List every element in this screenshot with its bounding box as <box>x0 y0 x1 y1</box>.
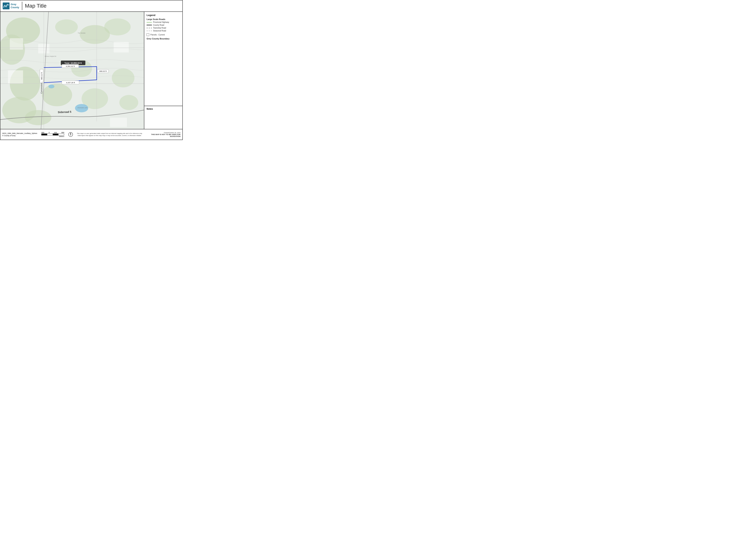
compass-icon: N <box>68 132 73 137</box>
svg-text:Sideroad 5: Sideroad 5 <box>58 110 71 114</box>
logo-area: Grey County <box>3 2 22 10</box>
legend-box-parcels <box>147 33 149 36</box>
legend-label-township: Township Road <box>153 27 166 29</box>
scale-label-3: 889 <box>61 132 64 134</box>
scale-seg-1 <box>42 134 47 135</box>
legend-line-provincial <box>147 22 152 22</box>
header: Grey County Map Title <box>0 0 182 12</box>
svg-point-13 <box>119 95 138 110</box>
legend-label-county: County Road <box>153 24 164 26</box>
svg-rect-0 <box>3 2 10 9</box>
projection-text: WGS_1984_Web_Mercator_Auxiliary_Sphere <box>2 132 37 134</box>
legend-boundary-label: Grey County Boundary <box>147 38 180 40</box>
svg-rect-19 <box>110 118 127 127</box>
footer-right: PrintedOctober 30, 2024 THIS MAP IS NOT … <box>146 132 181 137</box>
svg-point-35 <box>48 85 54 88</box>
svg-text:983.11 ft: 983.11 ft <box>41 72 43 80</box>
scale-seg-2 <box>47 134 53 135</box>
svg-rect-17 <box>114 42 129 53</box>
page: Grey County Map Title <box>0 0 183 140</box>
footer: WGS_1984_Web_Mercator_Auxiliary_Sphere ©… <box>0 129 182 140</box>
svg-text:Shortside Lake: Shortside Lake <box>78 107 88 109</box>
svg-text:The Nimble: The Nimble <box>78 32 86 34</box>
svg-rect-15 <box>10 38 23 50</box>
footer-disclaimer: This map is a user generated static outp… <box>75 132 144 137</box>
svg-text:Gilmour Heights Rd: Gilmour Heights Rd <box>45 56 56 57</box>
scale-label-0: 889 <box>41 132 44 134</box>
legend-item-seasonal: Seasonal Road <box>147 30 180 32</box>
map-title: Map Title <box>25 3 47 9</box>
legend-item-township: Township Road <box>147 27 180 29</box>
svg-text:N: N <box>70 133 71 134</box>
svg-point-14 <box>25 110 51 125</box>
legend-item-parcels: Parcels - Current <box>147 33 180 36</box>
svg-point-6 <box>55 19 78 34</box>
svg-point-12 <box>112 69 134 87</box>
legend-section: Legend Large Scale Roads Provincial High… <box>144 12 182 106</box>
grey-county-logo-icon <box>3 2 10 9</box>
scale-seg-3 <box>53 134 58 135</box>
legend-roads-subtitle: Large Scale Roads <box>147 18 180 20</box>
svg-marker-44 <box>70 134 71 136</box>
copyright-text: © County of Grey <box>2 135 37 137</box>
scale-label-2: 444 <box>54 132 57 134</box>
scale-bar-graphic <box>41 134 64 135</box>
scale-labels: 889 0 444 889 <box>41 132 64 134</box>
notes-section: Notes <box>144 106 182 129</box>
notes-title: Notes <box>147 108 180 110</box>
svg-text:4,437.26 ft: 4,437.26 ft <box>66 82 75 84</box>
scale-label-1: 0 <box>49 132 50 134</box>
svg-rect-18 <box>8 70 23 84</box>
legend-line-county <box>147 25 152 25</box>
legend-label-parcels: Parcels - Current <box>150 34 165 36</box>
scale-seg-4 <box>58 134 64 135</box>
legend-item-county: County Road <box>147 24 180 26</box>
svg-text:Total: 10,800.03 ft: Total: 10,800.03 ft <box>65 62 82 64</box>
svg-text:Concession...: Concession... <box>40 81 43 94</box>
svg-text:988.63 ft: 988.63 ft <box>99 70 107 72</box>
print-date: PrintedOctober 30, 2024 <box>146 132 181 134</box>
legend-title: Legend <box>147 14 180 17</box>
svg-point-10 <box>42 84 72 106</box>
scale-unit: Meters <box>41 135 64 137</box>
map-area: Total: 10,800.03 ft 4,391.02 ft 988.63 f… <box>0 12 144 129</box>
legend-item-provincial: Provincial Highway <box>147 21 180 23</box>
legend-line-township <box>147 28 152 28</box>
scale-bar: 889 0 444 889 Meters <box>41 132 64 137</box>
legend-label-seasonal: Seasonal Road <box>153 30 166 32</box>
svg-point-8 <box>104 18 131 35</box>
right-panel: Legend Large Scale Roads Provincial High… <box>144 12 182 129</box>
logo-text: Grey County <box>11 3 19 9</box>
footer-left: WGS_1984_Web_Mercator_Auxiliary_Sphere ©… <box>2 132 37 137</box>
legend-label-provincial: Provincial Highway <box>153 21 169 23</box>
body: Total: 10,800.03 ft 4,391.02 ft 988.63 f… <box>0 12 182 129</box>
legend-line-seasonal <box>147 31 152 31</box>
svg-text:4,391.02 ft: 4,391.02 ft <box>66 65 75 67</box>
map-svg: Total: 10,800.03 ft 4,391.02 ft 988.63 f… <box>0 12 144 129</box>
navigation-warning: THIS MAP IS NOT TO BE USED FOR NAVIGATIO… <box>146 134 181 137</box>
